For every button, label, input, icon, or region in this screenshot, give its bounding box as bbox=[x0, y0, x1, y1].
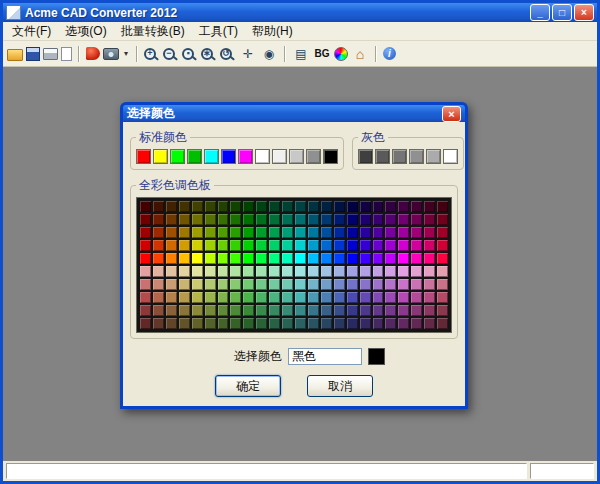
palette-swatch[interactable] bbox=[282, 214, 293, 225]
palette-swatch[interactable] bbox=[321, 318, 332, 329]
palette-swatch[interactable] bbox=[437, 318, 448, 329]
palette-swatch[interactable] bbox=[256, 279, 267, 290]
palette-swatch[interactable] bbox=[269, 279, 280, 290]
palette-swatch[interactable] bbox=[230, 240, 241, 251]
palette-swatch[interactable] bbox=[373, 305, 384, 316]
palette-swatch[interactable] bbox=[321, 292, 332, 303]
palette-swatch[interactable] bbox=[192, 266, 203, 277]
menu-tools[interactable]: 工具(T) bbox=[192, 22, 245, 41]
palette-swatch[interactable] bbox=[360, 214, 371, 225]
palette-swatch[interactable] bbox=[334, 292, 345, 303]
palette-swatch[interactable] bbox=[243, 292, 254, 303]
palette-swatch[interactable] bbox=[334, 227, 345, 238]
palette-swatch[interactable] bbox=[424, 214, 435, 225]
palette-swatch[interactable] bbox=[360, 240, 371, 251]
palette-swatch[interactable] bbox=[411, 292, 422, 303]
palette-swatch[interactable] bbox=[230, 292, 241, 303]
color-swatch[interactable] bbox=[392, 149, 407, 164]
palette-swatch[interactable] bbox=[179, 292, 190, 303]
save-icon[interactable] bbox=[26, 47, 40, 61]
color-swatch[interactable] bbox=[426, 149, 441, 164]
zoom-in-icon[interactable]: + bbox=[144, 48, 156, 60]
palette-swatch[interactable] bbox=[256, 318, 267, 329]
palette-swatch[interactable] bbox=[295, 266, 306, 277]
palette-swatch[interactable] bbox=[308, 266, 319, 277]
palette-swatch[interactable] bbox=[282, 201, 293, 212]
palette-swatch[interactable] bbox=[153, 240, 164, 251]
palette-swatch[interactable] bbox=[205, 266, 216, 277]
palette-swatch[interactable] bbox=[321, 240, 332, 251]
dialog-close-button[interactable]: × bbox=[442, 106, 461, 122]
palette-swatch[interactable] bbox=[424, 240, 435, 251]
palette-swatch[interactable] bbox=[166, 201, 177, 212]
color-swatch[interactable] bbox=[409, 149, 424, 164]
palette-swatch[interactable] bbox=[153, 318, 164, 329]
palette-swatch[interactable] bbox=[334, 201, 345, 212]
palette-swatch[interactable] bbox=[398, 305, 409, 316]
palette-swatch[interactable] bbox=[192, 305, 203, 316]
palette-swatch[interactable] bbox=[243, 279, 254, 290]
palette-swatch[interactable] bbox=[192, 240, 203, 251]
palette-swatch[interactable] bbox=[269, 227, 280, 238]
palette-swatch[interactable] bbox=[218, 201, 229, 212]
palette-swatch[interactable] bbox=[269, 240, 280, 251]
palette-swatch[interactable] bbox=[347, 227, 358, 238]
palette-swatch[interactable] bbox=[295, 201, 306, 212]
palette-swatch[interactable] bbox=[437, 214, 448, 225]
palette-swatch[interactable] bbox=[373, 318, 384, 329]
palette-swatch[interactable] bbox=[153, 227, 164, 238]
palette-swatch[interactable] bbox=[256, 292, 267, 303]
palette-swatch[interactable] bbox=[360, 318, 371, 329]
palette-swatch[interactable] bbox=[360, 305, 371, 316]
palette-swatch[interactable] bbox=[334, 266, 345, 277]
palette-swatch[interactable] bbox=[424, 201, 435, 212]
palette-swatch[interactable] bbox=[243, 253, 254, 264]
palette-swatch[interactable] bbox=[205, 201, 216, 212]
title-bar[interactable]: Acme CAD Converter 2012 _ □ × bbox=[3, 3, 597, 22]
palette-swatch[interactable] bbox=[218, 266, 229, 277]
palette-swatch[interactable] bbox=[166, 253, 177, 264]
palette-swatch[interactable] bbox=[411, 305, 422, 316]
palette-swatch[interactable] bbox=[282, 318, 293, 329]
palette-swatch[interactable] bbox=[295, 253, 306, 264]
palette-swatch[interactable] bbox=[218, 279, 229, 290]
palette-swatch[interactable] bbox=[308, 292, 319, 303]
palette-swatch[interactable] bbox=[373, 292, 384, 303]
palette-swatch[interactable] bbox=[153, 214, 164, 225]
palette-swatch[interactable] bbox=[166, 240, 177, 251]
color-swatch[interactable] bbox=[170, 149, 185, 164]
palette-swatch[interactable] bbox=[140, 279, 151, 290]
minimize-button[interactable]: _ bbox=[530, 4, 550, 21]
palette-swatch[interactable] bbox=[424, 279, 435, 290]
palette-swatch[interactable] bbox=[218, 305, 229, 316]
palette-swatch[interactable] bbox=[230, 318, 241, 329]
palette-swatch[interactable] bbox=[166, 266, 177, 277]
color-swatch[interactable] bbox=[375, 149, 390, 164]
palette-swatch[interactable] bbox=[424, 292, 435, 303]
menu-file[interactable]: 文件(F) bbox=[5, 22, 58, 41]
color-swatch[interactable] bbox=[443, 149, 458, 164]
palette-swatch[interactable] bbox=[321, 266, 332, 277]
capture-icon[interactable] bbox=[103, 48, 119, 60]
palette-swatch[interactable] bbox=[243, 214, 254, 225]
print-icon[interactable] bbox=[43, 48, 58, 60]
palette-swatch[interactable] bbox=[347, 305, 358, 316]
palette-swatch[interactable] bbox=[230, 201, 241, 212]
palette-swatch[interactable] bbox=[192, 253, 203, 264]
palette-swatch[interactable] bbox=[398, 214, 409, 225]
palette-swatch[interactable] bbox=[295, 279, 306, 290]
palette-swatch[interactable] bbox=[153, 201, 164, 212]
palette-swatch[interactable] bbox=[218, 227, 229, 238]
palette-swatch[interactable] bbox=[179, 214, 190, 225]
palette-swatch[interactable] bbox=[230, 227, 241, 238]
palette-swatch[interactable] bbox=[411, 240, 422, 251]
palette-swatch[interactable] bbox=[295, 214, 306, 225]
palette-swatch[interactable] bbox=[385, 240, 396, 251]
palette-swatch[interactable] bbox=[179, 305, 190, 316]
palette-swatch[interactable] bbox=[282, 227, 293, 238]
palette-swatch[interactable] bbox=[166, 227, 177, 238]
palette-swatch[interactable] bbox=[437, 305, 448, 316]
palette-swatch[interactable] bbox=[243, 201, 254, 212]
palette-swatch[interactable] bbox=[140, 266, 151, 277]
palette-swatch[interactable] bbox=[347, 214, 358, 225]
